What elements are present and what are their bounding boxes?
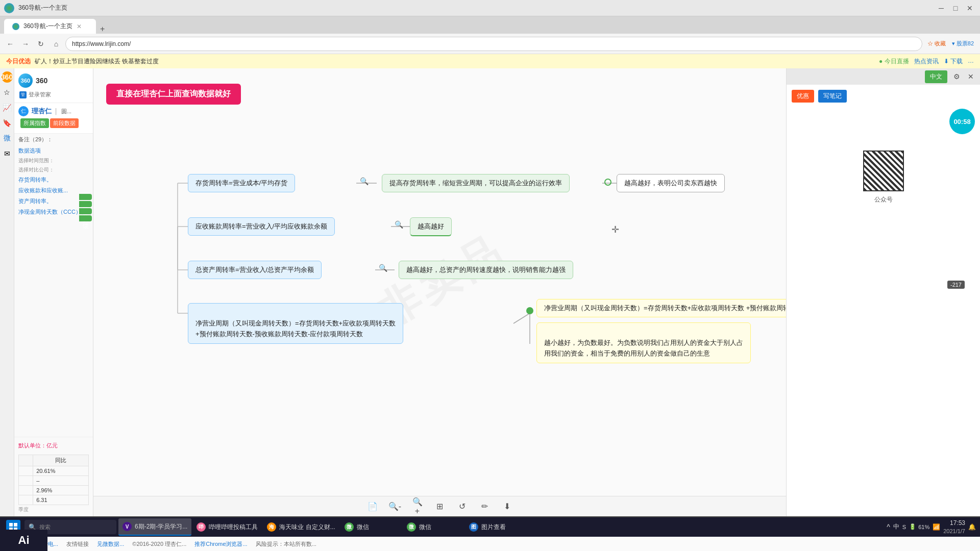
refresh-button[interactable]: ↻: [35, 38, 47, 50]
youhui-btn[interactable]: 优惠: [792, 90, 814, 103]
more-btn[interactable]: …: [968, 57, 974, 66]
tab-fan-btn[interactable]: 反: [79, 208, 92, 214]
taskbar-app-wechat1[interactable]: 微 微信: [340, 518, 402, 536]
bookmark-icon[interactable]: 🔖: [2, 117, 13, 129]
brand-inner: 仁 理杏仁 │ 圆...: [18, 106, 89, 116]
title-bar: 360导航-一个主页 ─ □ ✕: [0, 0, 980, 16]
tab-ti-btn[interactable]: 提: [79, 194, 92, 200]
tab-jiao-btn[interactable]: 交: [79, 201, 92, 207]
star-icon[interactable]: ☆: [2, 87, 13, 98]
stock-icon[interactable]: 📈: [2, 102, 13, 113]
tab-qianduan-btn[interactable]: 前段数据: [50, 118, 79, 128]
notification-link[interactable]: 矿人！炒豆上节目遭险因继续丢 铁基整套过度: [35, 57, 159, 66]
taskbar-app-wechat2[interactable]: 微 微信: [403, 518, 464, 536]
mindmap-area: 非卖品: [93, 68, 786, 496]
sidebar-link-assets[interactable]: 资产周转率。: [18, 196, 89, 207]
download-btn[interactable]: ⬇ 下载: [944, 57, 963, 66]
sidebar-link-data-options[interactable]: 数据选项: [18, 145, 89, 156]
message-icon[interactable]: ✉: [2, 148, 13, 159]
xie-btn[interactable]: 写笔记: [818, 90, 847, 103]
ai-label: Ai: [18, 534, 30, 547]
tab-suoshu-btn[interactable]: 所属指数: [20, 118, 49, 128]
app-icon-bili: 哔: [197, 522, 206, 532]
zoom-icon-3[interactable]: 🔍: [379, 264, 387, 272]
footer-recommend[interactable]: 推荐Chrome浏览器...: [194, 540, 247, 548]
table-row: –: [19, 476, 89, 486]
hot-news-btn[interactable]: 热点资讯: [914, 57, 939, 66]
lxr-sep: │: [55, 108, 58, 114]
footer-weibo[interactable]: 见微数据...: [97, 540, 124, 548]
zoom-out-btn[interactable]: 🔍-: [388, 499, 402, 514]
grid-btn[interactable]: ⊞: [433, 499, 447, 514]
360-icon[interactable]: 360: [2, 71, 13, 83]
app-icon-wechat2: 微: [407, 522, 416, 532]
cell-empty4: [19, 495, 33, 505]
lang-btn[interactable]: 中文: [925, 70, 947, 83]
taskbar-app-v[interactable]: V 6期-2期-学员学习...: [118, 518, 191, 536]
page-icon-btn[interactable]: 📄: [365, 499, 380, 514]
rp-gear-btn[interactable]: ⚙: [951, 71, 962, 82]
node-inventory-result: 越高越好，表明公司卖东西越快: [617, 174, 725, 192]
home-button[interactable]: ⌂: [50, 38, 62, 50]
edit-btn[interactable]: ✏: [478, 499, 492, 514]
bottom-info-strip: 网站链接 免费电... 友情链接 见微数据... ©2016-2020 理杏仁.…: [0, 537, 980, 551]
svg-line-4: [513, 313, 530, 323]
tab-kui-btn[interactable]: 馈: [79, 215, 92, 221]
ai-badge[interactable]: Ai: [0, 530, 47, 551]
season-label: 季度: [18, 505, 89, 514]
tab-close-icon[interactable]: ✕: [77, 23, 82, 30]
active-tab[interactable]: 360导航-一个主页 ✕: [4, 19, 96, 34]
app-icon-image: 图: [469, 522, 478, 532]
node-total-assets-turnover: 总资产周转率=营业收入/总资产平均余额: [188, 261, 322, 279]
brand-logo-text: 360: [21, 78, 30, 84]
address-bar-input[interactable]: [65, 37, 922, 51]
qr-container: 公众号: [792, 140, 975, 204]
taskbar-app-bili[interactable]: 哔 哔哩哔哩投稿工具: [192, 518, 262, 536]
taskbar-app-haitian[interactable]: 海 海天味业 自定义财...: [263, 518, 339, 536]
app-icon-haitian: 海: [267, 522, 276, 532]
green-dot: [526, 307, 533, 314]
new-tab-button[interactable]: +: [100, 24, 105, 34]
maximize-button[interactable]: □: [949, 2, 962, 14]
back-button[interactable]: ←: [4, 38, 16, 50]
sidebar-link-ccc[interactable]: 净现金周转天数（CCC）。: [18, 207, 89, 217]
favorites-btn[interactable]: ☆ 收藏: [925, 40, 948, 47]
sidebar-link-inventory[interactable]: 存货周转率。: [18, 174, 89, 185]
left-icon-strip: 360 ☆ 📈 🔖 微 ✉: [0, 68, 14, 516]
weibo-icon[interactable]: 微: [2, 133, 13, 144]
watermark: 非卖品: [93, 68, 786, 496]
rp-close-btn[interactable]: ✕: [966, 71, 976, 82]
table-row: 6.31: [19, 495, 89, 505]
download-toolbar-btn[interactable]: ⬇: [500, 499, 514, 514]
close-button[interactable]: ✕: [964, 2, 976, 14]
move-handle-icon[interactable]: ✛: [611, 224, 619, 235]
notification-right: ● 今日直播 热点资讯 ⬇ 下载 …: [879, 57, 974, 66]
sidebar-link-receivable[interactable]: 应收账款和应收账...: [18, 185, 89, 196]
tray-time[interactable]: 17:53 2021/1/7: [943, 519, 965, 535]
battery-level: 61%: [918, 524, 929, 530]
zoom-icon-1[interactable]: 🔍: [360, 177, 369, 185]
svg-rect-13: [9, 523, 13, 527]
stocks-btn[interactable]: ▾ 股票82: [950, 40, 976, 47]
live-btn[interactable]: ● 今日直播: [879, 57, 909, 66]
tray-date-text: 2021/1/7: [943, 528, 965, 535]
brand-row: 仁 理杏仁 │ 圆... 所属指数 前段数据: [14, 103, 93, 134]
node-net-operating-cycle: 净营业周期（又叫现金周转天数）=存货周转天数+应收款项周转天数+预付账款周转天数…: [188, 303, 403, 344]
node-total-assets-desc-text: 越高越好，总资产的周转速度越快，说明销售能力越强: [406, 266, 566, 273]
title-bar-left: 360导航-一个主页: [4, 3, 67, 13]
taskbar-app-image[interactable]: 图 图片查看: [465, 518, 526, 536]
minus-circle-1[interactable]: [604, 179, 611, 186]
zoom-icon-2[interactable]: 🔍: [395, 220, 403, 229]
rotate-btn[interactable]: ↺: [455, 499, 470, 514]
tab-bar: 360导航-一个主页 ✕ +: [0, 16, 980, 34]
lxr-sub: 圆...: [61, 108, 71, 115]
col-tongbi: 同比: [33, 455, 89, 466]
minimize-button[interactable]: ─: [935, 2, 947, 14]
tray-arrow-icon[interactable]: ^: [887, 523, 890, 531]
zoom-in-btn[interactable]: 🔍+: [410, 499, 425, 514]
forward-button[interactable]: →: [19, 38, 32, 50]
app-label-wechat2: 微信: [419, 523, 431, 532]
notification-center-icon[interactable]: 🔔: [968, 523, 976, 531]
browser-body: 360 ☆ 📈 🔖 微 ✉ 360 360 管 登录管家: [0, 68, 980, 516]
svg-rect-14: [14, 523, 17, 527]
